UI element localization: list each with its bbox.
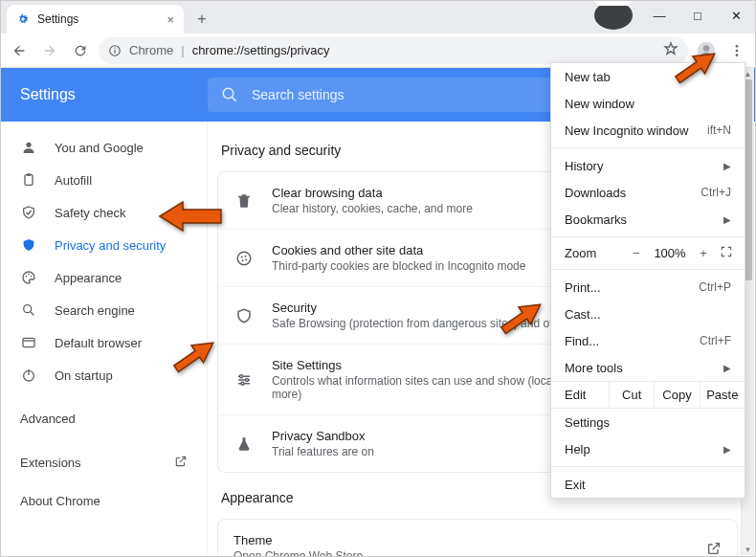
row-theme[interactable]: ThemeOpen Chrome Web Store (218, 520, 737, 556)
svg-rect-1 (114, 49, 115, 53)
svg-point-7 (736, 54, 739, 56)
menu-more-tools[interactable]: More tools▶ (551, 354, 745, 381)
window-titlebar: Settings × + — □ ✕ (1, 1, 755, 33)
reload-button[interactable] (68, 38, 93, 63)
row-sub: Third-party cookies are blocked in Incog… (272, 259, 525, 273)
svg-point-13 (26, 276, 28, 278)
row-title: Privacy Sandbox (272, 429, 374, 443)
menu-zoom-label: Zoom (565, 246, 624, 260)
omnibox-origin: Chrome (129, 43, 173, 57)
menu-new-window[interactable]: New window (551, 90, 745, 117)
menu-new-tab[interactable]: New tab (551, 63, 745, 90)
new-tab-button[interactable]: + (189, 7, 214, 32)
menu-help[interactable]: Help▶ (551, 435, 745, 462)
svg-point-4 (703, 45, 710, 52)
chrome-menu-button[interactable] (724, 38, 749, 63)
chevron-right-icon: ▶ (723, 214, 731, 225)
zoom-out-button[interactable]: − (624, 246, 649, 260)
profile-avatar-icon[interactable] (694, 38, 719, 63)
shield-icon (20, 237, 37, 253)
shield-check-icon (20, 205, 37, 220)
menu-print[interactable]: Print...Ctrl+P (551, 274, 745, 301)
svg-point-5 (736, 45, 739, 48)
row-sub: Clear history, cookies, cache, and more (272, 202, 473, 215)
palette-icon (20, 270, 37, 285)
svg-point-28 (245, 378, 248, 381)
chevron-right-icon: ▶ (723, 363, 731, 373)
svg-point-23 (241, 256, 243, 257)
sidebar-item-about-chrome[interactable]: About Chrome (1, 481, 207, 520)
menu-exit[interactable]: Exit (551, 471, 745, 498)
browser-tab[interactable]: Settings × (7, 5, 184, 33)
menu-downloads[interactable]: DownloadsCtrl+J (551, 179, 745, 206)
chevron-right-icon: ▶ (723, 444, 731, 455)
sidebar-item-privacy-and-security[interactable]: Privacy and security (1, 229, 207, 261)
menu-edit-bar: Edit Cut Copy Paste (551, 381, 745, 409)
menu-zoom-row: Zoom − 100% + (551, 241, 745, 265)
account-oval-icon[interactable] (594, 1, 633, 30)
sidebar-item-autofill[interactable]: Autofill (1, 164, 207, 196)
svg-point-6 (736, 49, 739, 52)
cookie-icon (233, 250, 255, 267)
menu-paste[interactable]: Paste (700, 382, 745, 408)
row-title: Theme (233, 533, 363, 547)
svg-point-8 (223, 88, 233, 99)
menu-bookmarks[interactable]: Bookmarks▶ (551, 206, 745, 233)
sidebar-item-search-engine[interactable]: Search engine (1, 294, 207, 326)
sidebar-item-advanced[interactable]: Advanced (1, 399, 207, 437)
address-bar[interactable]: Chrome | chrome://settings/privacy (99, 37, 688, 64)
svg-point-27 (239, 374, 242, 377)
settings-title: Settings (20, 86, 208, 103)
sidebar-item-appearance[interactable]: Appearance (1, 261, 207, 294)
sidebar-item-on-startup[interactable]: On startup (1, 359, 207, 391)
info-icon (108, 44, 122, 57)
zoom-value: 100% (649, 246, 691, 260)
svg-rect-11 (25, 175, 33, 186)
magnifier-icon (20, 302, 37, 318)
svg-line-17 (31, 312, 33, 315)
tab-close-icon[interactable]: × (167, 12, 174, 27)
row-sub: Trial features are on (272, 445, 374, 458)
sidebar-item-label: Autofill (55, 173, 92, 188)
bookmark-star-icon[interactable] (663, 41, 678, 59)
window-close-button[interactable]: ✕ (717, 1, 755, 30)
sidebar-item-extensions[interactable]: Extensions (1, 443, 207, 481)
omnibox-divider: | (181, 43, 184, 57)
settings-sidebar: You and Google Autofill Safety check Pri… (1, 122, 208, 556)
menu-edit-label: Edit (551, 382, 609, 408)
sidebar-item-label: Appearance (55, 271, 122, 285)
menu-copy[interactable]: Copy (654, 382, 699, 408)
scroll-down-icon[interactable]: ▼ (742, 544, 754, 555)
sidebar-item-default-browser[interactable]: Default browser (1, 326, 207, 359)
sidebar-item-label: Safety check (55, 206, 125, 220)
appearance-card: ThemeOpen Chrome Web Store Show home but… (217, 519, 738, 556)
svg-point-15 (31, 276, 33, 278)
window-minimize-button[interactable]: — (640, 1, 678, 30)
external-link-icon (174, 455, 188, 471)
sidebar-item-you-and-google[interactable]: You and Google (1, 131, 207, 164)
fullscreen-icon[interactable] (716, 245, 737, 261)
sidebar-item-safety-check[interactable]: Safety check (1, 196, 207, 229)
svg-point-10 (26, 143, 31, 147)
search-icon (221, 86, 238, 103)
chevron-right-icon: ▶ (723, 161, 731, 171)
menu-find[interactable]: Find...Ctrl+F (551, 327, 745, 354)
back-button[interactable] (7, 38, 32, 63)
svg-rect-18 (23, 338, 34, 346)
menu-cut[interactable]: Cut (609, 382, 654, 408)
menu-new-incognito[interactable]: New Incognito windowift+N (551, 117, 745, 144)
sidebar-item-label: Privacy and security (55, 238, 166, 253)
menu-cast[interactable]: Cast... (551, 301, 745, 327)
security-shield-icon (233, 307, 255, 324)
trash-icon (233, 192, 255, 210)
zoom-in-button[interactable]: + (691, 246, 716, 260)
forward-button[interactable] (37, 38, 62, 63)
flask-icon (233, 435, 255, 453)
menu-history[interactable]: History▶ (551, 152, 745, 179)
window-maximize-button[interactable]: □ (678, 1, 717, 30)
svg-rect-2 (114, 47, 115, 48)
omnibox-url: chrome://settings/privacy (192, 43, 330, 57)
row-title: Cookies and other site data (272, 243, 525, 257)
row-title: Clear browsing data (272, 186, 473, 200)
menu-settings[interactable]: Settings (551, 409, 745, 435)
